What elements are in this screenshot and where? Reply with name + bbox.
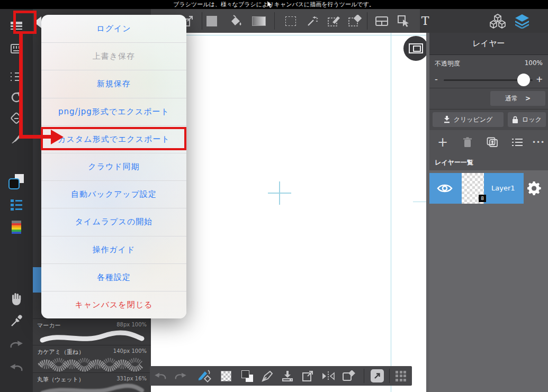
clipping-button[interactable]: クリッピング <box>433 112 504 127</box>
annotation-box-menu-button <box>13 11 37 34</box>
opacity-slider-handle[interactable] <box>517 74 530 86</box>
menu-item-close-canvas[interactable]: キャンバスを閉じる <box>41 291 186 318</box>
magic-wand-icon[interactable] <box>303 9 322 33</box>
brush-list-icon[interactable] <box>0 66 33 87</box>
brush-eraser-toggle-icon[interactable] <box>195 366 214 386</box>
menu-item-cloud-sync[interactable]: クラウド同期 <box>41 153 186 180</box>
opacity-label: 不透明度 <box>435 59 460 68</box>
brush-stroke-preview <box>37 384 146 392</box>
layer-list-view-button[interactable] <box>507 130 528 154</box>
save-download-icon[interactable] <box>278 366 297 386</box>
opacity-plus-button[interactable]: + <box>536 74 543 84</box>
brush-stroke-preview <box>37 356 146 372</box>
flip-horizontal-icon[interactable] <box>319 366 338 386</box>
hand-tool-icon[interactable] <box>0 288 33 309</box>
tooltip-bar: ブラシツールは、様々なブラシによりキャンバスに描画を行うツールです。 <box>0 0 548 9</box>
lock-icon <box>512 116 518 123</box>
menu-item-start-timelapse[interactable]: タイムラプスの開始 <box>41 208 186 235</box>
left-toolbar <box>0 9 33 392</box>
brush-row-round-wet[interactable]: 丸筆（ウェット） 331px 16% <box>33 372 151 392</box>
layer-name: Layer1 <box>491 184 515 192</box>
layer-row[interactable]: 8 Layer1 <box>429 173 524 204</box>
color-panel-icon[interactable] <box>0 171 33 192</box>
layer-settings-gear-icon[interactable] <box>527 181 542 195</box>
redo-icon[interactable] <box>171 366 190 386</box>
menu-item-login[interactable]: ログイン <box>41 15 186 42</box>
brush-row-kakeami[interactable]: カケアミ（重ね） 140px 100% <box>33 345 151 372</box>
cursor-tool-icon[interactable] <box>394 9 413 33</box>
layer-visibility-eye-icon[interactable] <box>437 183 453 194</box>
share-button[interactable] <box>367 366 387 386</box>
undo-icon[interactable] <box>151 366 170 386</box>
canvas-top-guide <box>151 35 426 35</box>
clipping-icon <box>444 116 450 123</box>
duplicate-layer-button[interactable] <box>482 130 503 154</box>
transparent-color-icon[interactable] <box>217 366 236 386</box>
layer-depth-badge: 8 <box>479 195 486 202</box>
canvas-center-crosshair <box>279 181 280 205</box>
select-pen-icon[interactable] <box>325 9 344 33</box>
export-icon[interactable] <box>298 366 317 386</box>
materials-icon[interactable] <box>488 9 507 33</box>
text-tool[interactable]: T <box>416 9 435 33</box>
undo-icon[interactable] <box>0 357 33 378</box>
toolbar-divider <box>367 12 367 30</box>
drag-handle-grid-icon[interactable] <box>391 366 410 386</box>
eraser-select-icon[interactable] <box>339 366 358 386</box>
toolbar-divider <box>274 12 275 30</box>
navigator-icon <box>409 43 423 53</box>
add-layer-button[interactable]: + <box>432 130 453 154</box>
more-options-button[interactable]: ••• <box>528 130 548 154</box>
brush-set-icon[interactable] <box>0 38 33 59</box>
menu-item-operation-guide[interactable]: 操作ガイド <box>41 236 186 263</box>
eyedropper-icon[interactable] <box>0 311 33 332</box>
menu-item-overwrite-save: 上書き保存 <box>41 42 186 70</box>
rainbow-palette-icon[interactable] <box>0 216 33 238</box>
layer-list: 8 Layer1 <box>429 170 548 392</box>
menu-item-export-png-jpg[interactable]: png/jpg形式でエクスポート <box>41 98 186 125</box>
rotate-canvas-icon[interactable] <box>0 87 33 108</box>
opacity-value: 100% <box>525 59 543 67</box>
brush-square-icon[interactable] <box>202 9 221 33</box>
layers-panel-icon[interactable] <box>513 9 532 33</box>
foreground-background-color-icon[interactable] <box>238 366 257 386</box>
annotation-arrow-line <box>19 33 23 139</box>
brush-stroke-preview <box>37 330 146 344</box>
menu-item-auto-backup-settings[interactable]: 自動バックアップ設定 <box>41 180 186 208</box>
annotation-box-export-custom <box>41 127 186 150</box>
brush-row-marker[interactable]: マーカー 88px 100% <box>33 318 151 345</box>
canvas-right-guide <box>391 33 391 392</box>
brush-tool-icon[interactable] <box>0 128 33 149</box>
layer-actions-row: + ••• <box>429 130 548 154</box>
canvas[interactable] <box>151 33 426 392</box>
file-menu-popover: ログイン 上書き保存 新規保存 png/jpg形式でエクスポート カスタム形式で… <box>41 15 186 318</box>
navigator-button[interactable] <box>403 36 428 61</box>
paint-bucket-icon[interactable] <box>227 9 246 33</box>
select-rectangle-icon[interactable] <box>281 9 300 33</box>
chevron-right-icon: > <box>525 95 531 102</box>
tooltip-text: ブラシツールは、様々なブラシによりキャンバスに描画を行うツールです。 <box>173 1 374 8</box>
layer-list-label: レイヤー一覧 <box>429 154 548 170</box>
palette-list-icon[interactable] <box>0 194 33 215</box>
blend-mode-selector[interactable]: 通常 > <box>490 91 545 106</box>
menu-item-save-as-new[interactable]: 新規保存 <box>41 70 186 97</box>
gradient-icon[interactable] <box>249 9 268 33</box>
redo-icon[interactable] <box>0 334 33 355</box>
opacity-minus-button[interactable]: - <box>435 74 438 84</box>
menu-item-settings[interactable]: 各種設定 <box>41 263 186 291</box>
split-view-icon[interactable] <box>372 9 391 33</box>
mouse-cursor-icon <box>267 1 273 8</box>
select-eraser-icon[interactable] <box>345 9 364 33</box>
bottom-toolbar <box>150 366 412 386</box>
material-tag-icon[interactable] <box>0 108 33 129</box>
lock-button[interactable]: ロック <box>508 112 546 127</box>
layer-panel: レイヤー 不透明度 100% - + 通常 > クリッピング ロック + •••… <box>426 33 548 392</box>
layer-panel-title: レイヤー <box>429 33 548 55</box>
delete-layer-button[interactable] <box>457 130 478 154</box>
pen-icon[interactable] <box>258 366 277 386</box>
